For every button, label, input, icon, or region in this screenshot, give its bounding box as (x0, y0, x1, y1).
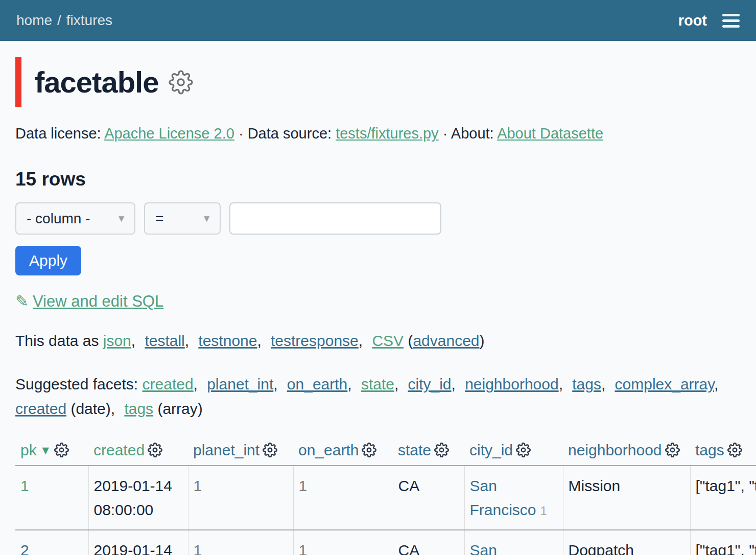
city-link[interactable]: San Francisco (470, 542, 536, 555)
source-label: Data source: (248, 125, 332, 142)
breadcrumb: home/fixtures (16, 12, 112, 29)
column-header-pk: pk▼ (15, 438, 88, 466)
about-link[interactable]: About Datasette (497, 125, 603, 142)
column-gear-icon[interactable] (665, 443, 680, 457)
column-gear-icon[interactable] (516, 443, 531, 457)
cell-state: CA (393, 530, 464, 555)
export-link-advanced[interactable]: advanced (413, 332, 479, 349)
facet-link-on-earth[interactable]: on_earth (287, 376, 347, 392)
page-title: facetable (35, 67, 158, 97)
metadata-line: Data license: Apache License 2.0 · Data … (15, 125, 741, 142)
row-pk-link[interactable]: 1 (20, 477, 29, 494)
facet-link-created-date[interactable]: created (15, 400, 66, 417)
chevron-down-icon: ▼ (202, 213, 211, 224)
export-link-testnone[interactable]: testnone (198, 332, 257, 349)
table-row: 2 2019-01-14 08:00:00 1 1 CA San Francis… (15, 530, 756, 555)
sort-column-neighborhood-link[interactable]: neighborhood (568, 442, 662, 458)
facet-link-created[interactable]: created (143, 376, 194, 392)
source-link[interactable]: tests/fixtures.py (336, 125, 438, 142)
sort-column-created-link[interactable]: created (93, 442, 145, 458)
sort-column-planet-int-link[interactable]: planet_int (193, 442, 259, 458)
cell-pk: 2 (15, 530, 88, 555)
logged-in-user-link[interactable]: root (678, 12, 707, 29)
nav-right: root (678, 11, 740, 31)
row-pk-link[interactable]: 2 (20, 542, 29, 555)
column-gear-icon[interactable] (434, 443, 449, 457)
column-gear-icon[interactable] (263, 443, 277, 457)
apply-button[interactable]: Apply (15, 246, 81, 275)
facet-link-planet-int[interactable]: planet_int (207, 376, 273, 392)
sql-row: ✎View and edit SQL (15, 292, 741, 311)
cell-tags: ["tag1", "tag3"] (690, 530, 756, 555)
breadcrumb-separator: / (57, 12, 61, 28)
cell-tags: ["tag1", "tag2"] (690, 466, 756, 530)
facet-link-tags-array[interactable]: tags (124, 400, 153, 417)
top-nav: home/fixtures root (0, 0, 756, 41)
column-select-value: - column - (27, 211, 90, 227)
column-gear-icon[interactable] (727, 443, 742, 457)
data-table: pk▼ created planet_int on_earth state ci… (15, 438, 756, 555)
cell-created: 2019-01-14 08:00:00 (88, 466, 188, 530)
facet-link-state[interactable]: state (361, 376, 394, 392)
breadcrumb-database-link[interactable]: fixtures (66, 12, 112, 28)
foreign-key-id: 1 (540, 504, 547, 518)
cell-city-id: San Francisco1 (464, 466, 563, 530)
page: { "colors": { "nav_bg": "#2d6a8a", "acce… (0, 0, 756, 555)
about-label: About: (451, 125, 494, 142)
dot-separator: · (239, 125, 244, 142)
column-gear-icon[interactable] (148, 443, 162, 457)
view-edit-sql-link[interactable]: View and edit SQL (33, 292, 163, 310)
facets-prefix: Suggested facets: (15, 376, 138, 392)
facet-link-tags[interactable]: tags (572, 376, 601, 392)
table-settings-gear-icon[interactable] (169, 70, 193, 95)
sort-column-pk-link[interactable]: pk (20, 442, 37, 458)
license-label: Data license: (15, 125, 101, 142)
export-links: This data as json, testall, testnone, te… (15, 332, 741, 350)
suggested-facets: Suggested facets: created, planet_int, o… (15, 372, 741, 421)
paren-close: ) (480, 332, 485, 349)
sort-column-tags-link[interactable]: tags (695, 442, 724, 458)
column-header-neighborhood: neighborhood (563, 438, 690, 466)
export-link-json[interactable]: json (103, 332, 131, 349)
column-header-city-id: city_id (464, 438, 563, 466)
breadcrumb-home-link[interactable]: home (16, 12, 52, 28)
facet-link-complex-array[interactable]: complex_array (615, 376, 715, 392)
operator-select[interactable]: = ▼ (144, 202, 221, 235)
cell-neighborhood: Mission (563, 466, 690, 530)
cell-planet-int: 1 (188, 466, 293, 530)
column-header-planet-int: planet_int (188, 438, 293, 466)
license-link[interactable]: Apache License 2.0 (104, 125, 234, 142)
filter-value-input[interactable] (229, 202, 441, 235)
city-link[interactable]: San Francisco (470, 477, 536, 518)
chevron-down-icon: ▼ (116, 213, 126, 224)
accent-bar (15, 57, 21, 107)
sort-column-city-id-link[interactable]: city_id (469, 442, 513, 458)
operator-select-value: = (155, 211, 163, 227)
export-link-testall[interactable]: testall (145, 332, 184, 349)
column-gear-icon[interactable] (54, 443, 69, 457)
dot-separator: · (443, 125, 448, 142)
cell-planet-int: 1 (188, 530, 293, 555)
column-header-tags: tags (690, 438, 756, 466)
sort-column-on-earth-link[interactable]: on_earth (298, 442, 359, 458)
cell-created: 2019-01-14 08:00:00 (88, 530, 188, 555)
sort-column-state-link[interactable]: state (398, 442, 431, 458)
column-gear-icon[interactable] (362, 443, 376, 457)
facet-suffix: (array) (153, 400, 203, 417)
paren-open: ( (408, 332, 413, 349)
filter-bar: - column - ▼ = ▼ (15, 202, 741, 235)
facet-link-neighborhood[interactable]: neighborhood (465, 376, 559, 392)
export-link-testresponse[interactable]: testresponse (271, 332, 359, 349)
export-prefix: This data as (15, 332, 99, 349)
column-select[interactable]: - column - ▼ (15, 202, 135, 235)
facet-link-city-id[interactable]: city_id (408, 376, 452, 392)
page-header: facetable (15, 57, 741, 107)
column-header-created: created (88, 438, 188, 466)
cell-state: CA (393, 466, 464, 530)
hamburger-menu-icon[interactable] (722, 11, 740, 31)
table-header-row: pk▼ created planet_int on_earth state ci… (15, 438, 756, 466)
pencil-icon: ✎ (15, 292, 29, 310)
table-row: 1 2019-01-14 08:00:00 1 1 CA San Francis… (15, 466, 756, 530)
export-link-csv[interactable]: CSV (372, 332, 404, 349)
facet-suffix: (date) (66, 400, 111, 417)
